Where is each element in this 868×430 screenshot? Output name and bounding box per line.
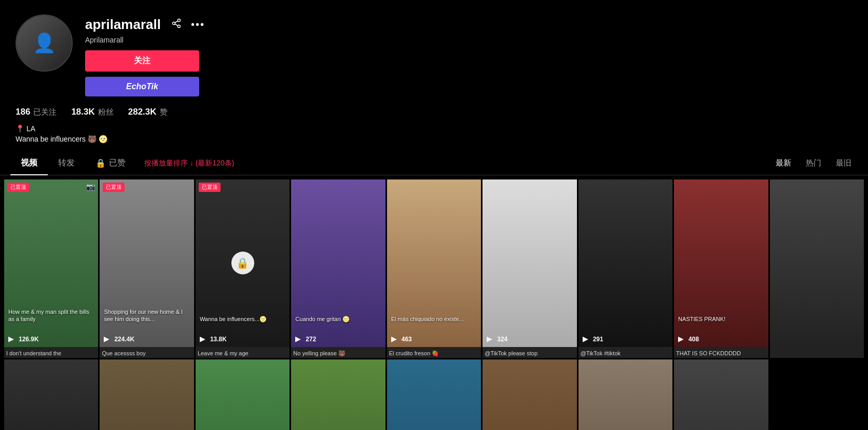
view-count: 224.4K [114, 336, 134, 343]
video-card-r3[interactable]: bills as a family [196, 359, 290, 430]
play-icon: ▶ [295, 335, 301, 343]
tab-likes[interactable]: 🔒 已赞 [85, 151, 136, 175]
sort-newest[interactable]: 最新 [769, 154, 797, 172]
following-label: 已关注 [33, 107, 57, 117]
video-caption: I don't understand the [4, 347, 98, 358]
video-overlay-text: Wanna be influencers...🌝 [196, 312, 290, 326]
followers-count: 18.3K [71, 107, 94, 117]
video-card-r8[interactable] [674, 359, 768, 430]
play-icon: ▶ [678, 335, 684, 343]
video-card-r4[interactable] [291, 359, 385, 430]
view-count: 272 [306, 336, 316, 343]
video-caption: Leave me & my age [196, 347, 290, 358]
video-card-v3[interactable]: 已置顶🔒Wanna be influencers...🌝▶13.8KLeave … [196, 179, 290, 358]
video-caption: @TikTok #tiktok [578, 347, 672, 358]
video-card-r6[interactable] [483, 359, 576, 430]
display-name: Aprilamarall [85, 36, 852, 44]
tab-videos[interactable]: 视频 [10, 151, 48, 175]
play-icon: ▶ [583, 335, 588, 343]
sort-by-plays-button[interactable]: 按播放量排序 ↓ (最新120条) [136, 152, 242, 174]
video-card-r5[interactable]: Guess what happened? 🎉 [387, 359, 481, 430]
profile-action-icons: ••• [170, 17, 206, 32]
tabs-bar: 视频 转发 🔒 已赞 按播放量排序 ↓ (最新120条) 最新 热门 最旧 [0, 151, 868, 175]
camera-icon: 📷 [86, 183, 95, 191]
video-card-r2[interactable]: 2020, how was your Covid experience? [100, 359, 194, 430]
sort-options: 最新 热门 最旧 [769, 154, 858, 172]
profile-name-row: aprilamarall ••• [85, 17, 852, 33]
view-count: 408 [688, 336, 699, 343]
video-card-v4[interactable]: Cuando me gritan 🌝▶272No yelling please … [291, 179, 385, 358]
play-icon: ▶ [200, 335, 205, 343]
bio-text: Wanna be influencers 🐻 🌝 [16, 135, 852, 143]
sort-hot[interactable]: 热门 [800, 154, 828, 172]
username: aprilamarall [85, 17, 161, 33]
svg-point-0 [177, 19, 180, 22]
avatar: 👤 [16, 15, 73, 72]
stats-row: 186 已关注 18.3K 粉丝 282.3K 赞 [0, 107, 868, 117]
location: 📍 LA [16, 124, 852, 133]
video-overlay-text: El más chiquiado no existe... [387, 312, 481, 326]
view-count: 324 [497, 336, 507, 343]
video-overlay-text: Cuando me gritan 🌝 [291, 312, 385, 326]
video-card-v6[interactable]: ▶324@TikTok please stop [483, 179, 576, 358]
video-caption: No yelling please 🐻 [291, 347, 385, 358]
video-card-v2[interactable]: 已置顶Shopping for our new home & I see him… [100, 179, 194, 358]
video-caption: THAT IS SO FCKDDDDD [674, 347, 768, 358]
video-caption: El crudito freson 🍓 [387, 347, 481, 358]
video-caption: @TikTok please stop [483, 347, 576, 358]
video-card-r1[interactable] [4, 359, 98, 430]
video-overlay-text: Shopping for our new home & I see him do… [100, 305, 194, 326]
video-caption: Que acessss boy [100, 347, 194, 358]
stat-followers: 18.3K 粉丝 [71, 107, 113, 117]
video-card-v5[interactable]: El más chiquiado no existe...▶463El crud… [387, 179, 481, 358]
view-count: 291 [593, 336, 603, 343]
svg-point-2 [177, 25, 180, 27]
profile-info: aprilamarall ••• Aprilamarall 关注 EchoTik [85, 15, 852, 96]
view-count: 463 [402, 336, 412, 343]
share-button[interactable] [170, 17, 183, 32]
followers-label: 粉丝 [98, 107, 114, 117]
stat-following: 186 已关注 [16, 107, 57, 117]
svg-line-3 [175, 24, 178, 25]
profile-header: 👤 aprilamarall ••• Aprilamarall 关注 EchoT… [0, 0, 868, 107]
more-options-button[interactable]: ••• [190, 18, 206, 32]
echotik-button[interactable]: EchoTik [85, 77, 199, 96]
video-card-v9[interactable] [770, 179, 864, 358]
likes-count: 282.3K [128, 107, 157, 117]
play-icon: ▶ [8, 335, 14, 343]
video-card-v8[interactable]: NASTIES PRANK!▶408THAT IS SO FCKDDDDD [674, 179, 768, 358]
lock-icon: 🔒 [231, 252, 254, 274]
lock-icon: 🔒 [95, 158, 106, 168]
view-count: 126.9K [19, 336, 39, 343]
bio-section: 📍 LA Wanna be influencers 🐻 🌝 [0, 124, 868, 143]
stat-likes: 282.3K 赞 [128, 107, 168, 117]
following-count: 186 [16, 107, 30, 117]
avatar-image: 👤 [17, 16, 72, 71]
sort-oldest[interactable]: 最旧 [830, 154, 858, 172]
view-count: 13.8K [210, 336, 227, 343]
tab-likes-label: 已赞 [109, 158, 126, 169]
svg-point-1 [172, 22, 175, 25]
video-overlay-text: How me & my man split the bills as a fam… [4, 305, 98, 326]
play-icon: ▶ [391, 335, 397, 343]
video-card-r7[interactable] [578, 359, 672, 430]
likes-label: 赞 [160, 107, 168, 117]
play-icon: ▶ [487, 335, 492, 343]
video-card-v1[interactable]: 已置顶📷How me & my man split the bills as a… [4, 179, 98, 358]
video-grid-row2: 2020, how was your Covid experience?bill… [0, 358, 868, 430]
svg-line-4 [175, 21, 178, 22]
video-card-v7[interactable]: ▶291@TikTok #tiktok [578, 179, 672, 358]
pinned-badge: 已置顶 [199, 183, 221, 192]
video-overlay-text: NASTIES PRANK! [674, 312, 768, 326]
pinned-badge: 已置顶 [7, 183, 29, 192]
pinned-badge: 已置顶 [103, 183, 125, 192]
play-icon: ▶ [104, 335, 109, 343]
video-grid-row1: 已置顶📷How me & my man split the bills as a… [0, 175, 868, 358]
follow-button[interactable]: 关注 [85, 50, 199, 72]
tab-reposts[interactable]: 转发 [48, 151, 85, 175]
